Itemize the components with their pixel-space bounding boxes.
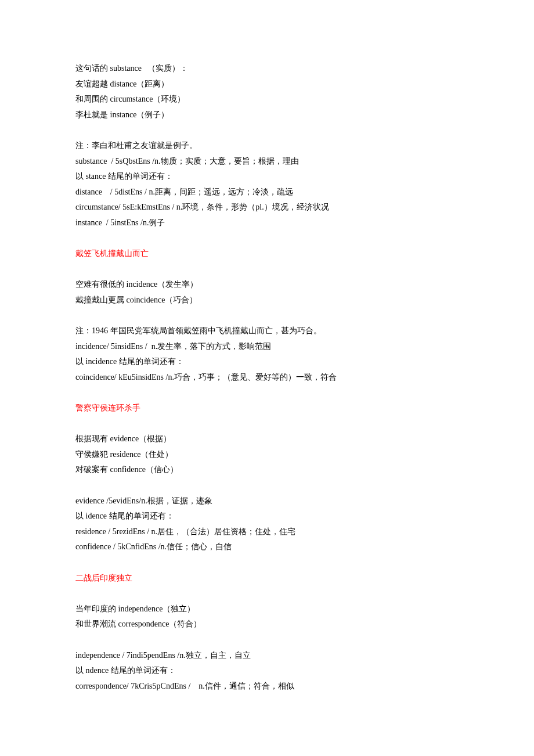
blank-line <box>75 478 459 494</box>
text-line: 以 ndence 结尾的单词还有： <box>75 663 459 679</box>
text-line: 空难有很低的 incidence（发生率） <box>75 277 459 293</box>
text-line: 友谊超越 distance（距离） <box>75 77 459 92</box>
text-line: incidence/ 5insidEns / n.发生率，落下的方式，影响范围 <box>75 339 459 355</box>
text-line: 和周围的 circumstance（环境） <box>75 92 459 107</box>
blank-line <box>75 385 459 401</box>
text-line: 戴撞戴山更属 coincidence（巧合） <box>75 293 459 308</box>
blank-line <box>75 416 459 432</box>
section-heading: 二战后印度独立 <box>75 571 459 586</box>
text-line: evidence /5evidEns/n.根据，证据，迹象 <box>75 494 459 509</box>
blank-line <box>75 231 459 247</box>
text-line: 根据现有 evidence（根据） <box>75 431 459 447</box>
section-heading: 警察守侯连环杀手 <box>75 401 459 416</box>
text-line: correspondence/ 7kCris5pCndEns / n.信件，通信… <box>75 679 459 694</box>
blank-line <box>75 123 459 138</box>
text-line: 以 stance 结尾的单词还有： <box>75 169 459 185</box>
text-line: 注：1946 年国民党军统局首领戴笠雨中飞机撞戴山而亡，甚为巧合。 <box>75 323 459 339</box>
text-line: 以 incidence 结尾的单词还有： <box>75 354 459 370</box>
text-line: 注：李白和杜甫之友谊就是例子。 <box>75 138 459 154</box>
text-line: 这句话的 substance （实质）： <box>75 61 459 77</box>
text-line: distance / 5distEns / n.距离，间距；遥远，远方；冷淡，疏… <box>75 185 459 200</box>
blank-line <box>75 632 459 648</box>
section-heading: 戴笠飞机撞戴山而亡 <box>75 246 459 262</box>
text-line: independence / 7indi5pendEns /n.独立，自主，自立 <box>75 648 459 664</box>
text-line: coincidence/ kEu5insidEns /n.巧合，巧事；（意见、爱… <box>75 370 459 386</box>
text-line: confidence / 5kCnfidEns /n.信任；信心，自信 <box>75 539 459 555</box>
text-line: 守侯嫌犯 residence（住处） <box>75 447 459 463</box>
text-line: instance / 5instEns /n.例子 <box>75 215 459 231</box>
text-line: 李杜就是 instance（例子） <box>75 107 459 123</box>
text-line: substance / 5sQbstEns /n.物质；实质；大意，要旨；根据，… <box>75 154 459 170</box>
blank-line <box>75 308 459 324</box>
text-line: 对破案有 confidence（信心） <box>75 462 459 478</box>
text-line: 当年印度的 independence（独立） <box>75 602 459 617</box>
text-line: 和世界潮流 correspondence（符合） <box>75 617 459 632</box>
text-line: residence / 5rezidEns / n.居住，（合法）居住资格；住处… <box>75 524 459 540</box>
blank-line <box>75 555 459 571</box>
blank-line <box>75 586 459 602</box>
text-line: circumstance/ 5sE:kEmstEns / n.环境，条件，形势（… <box>75 200 459 215</box>
text-line: 以 idence 结尾的单词还有： <box>75 509 459 524</box>
document-page: 这句话的 substance （实质）：友谊超越 distance（距离）和周围… <box>0 0 534 756</box>
blank-line <box>75 262 459 278</box>
